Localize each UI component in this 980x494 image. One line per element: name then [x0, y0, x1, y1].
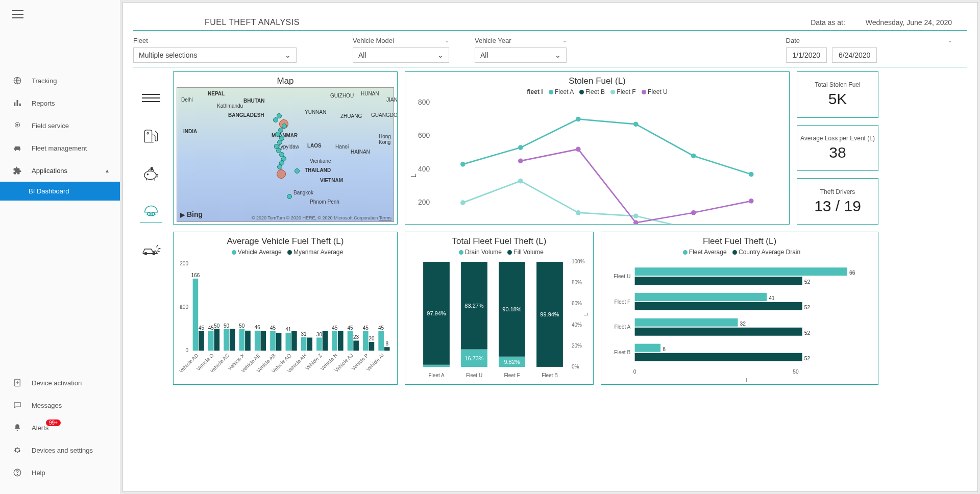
app-sidebar: Tracking Reports Field service Fleet man…	[0, 0, 120, 494]
svg-text:40%: 40%	[572, 322, 582, 328]
rail-fuel-pump-icon[interactable]	[140, 125, 162, 147]
svg-rect-2	[17, 100, 18, 106]
map-title: Map	[176, 74, 395, 87]
nav-label: Reports	[32, 100, 55, 107]
bing-logo: ▶ Bing	[180, 210, 203, 218]
svg-text:45: 45	[363, 325, 369, 331]
alerts-badge: 99+	[46, 419, 61, 426]
svg-rect-63	[230, 329, 235, 351]
svg-text:200: 200	[180, 261, 188, 266]
map-terms-link[interactable]: Terms	[379, 215, 392, 220]
svg-text:Vehicle AD: Vehicle AD	[178, 353, 200, 374]
filter-year-value: All	[480, 51, 488, 59]
kpi-theft-drivers: Theft Drivers 13 / 19	[797, 178, 878, 225]
avg-vehicle-chart-card: Average Vehicle Fuel Theft (L) Vehicle A…	[173, 232, 398, 385]
svg-text:60%: 60%	[572, 301, 582, 306]
svg-text:30: 30	[316, 332, 323, 337]
svg-rect-82	[301, 337, 307, 351]
nav-label: Tracking	[32, 77, 57, 85]
filter-year-dropdown[interactable]: All ⌄	[475, 47, 567, 63]
filter-fleet-value: Multiple selections	[139, 51, 197, 59]
nav-label: Alerts	[32, 424, 48, 432]
svg-text:Fleet F: Fleet F	[504, 373, 520, 378]
nav-applications[interactable]: Applications ▲	[0, 159, 120, 182]
svg-rect-91	[338, 331, 344, 351]
stolen-fuel-line-chart[interactable]: 0200400600800LJanuaryFebruaryMarchAprilM…	[407, 97, 787, 225]
svg-rect-105	[384, 347, 390, 351]
fleet-fuel-hbar-chart[interactable]: 050LFleet U6652Fleet F4152Fleet A3252Fle…	[603, 258, 876, 385]
svg-point-12	[144, 171, 156, 180]
svg-text:0%: 0%	[572, 364, 579, 369]
svg-text:0: 0	[185, 348, 188, 353]
svg-text:45: 45	[199, 325, 205, 331]
svg-rect-62	[224, 329, 229, 351]
svg-rect-100	[369, 342, 375, 351]
nav-alerts[interactable]: Alerts 99+	[0, 416, 120, 439]
svg-text:800: 800	[418, 98, 430, 106]
svg-text:52: 52	[804, 279, 811, 285]
svg-rect-52	[193, 279, 199, 351]
svg-rect-143	[635, 293, 767, 301]
nav-devices-settings[interactable]: Devices and settings	[0, 439, 120, 461]
nav-tracking[interactable]: Tracking	[0, 69, 120, 92]
rail-piggy-bank-icon[interactable]: $	[140, 162, 162, 185]
svg-text:400: 400	[418, 165, 430, 173]
avg-vehicle-bar-chart[interactable]: 0100200L16645Vehicle AD4550Vehicle O50Ve…	[176, 258, 395, 382]
svg-rect-87	[323, 331, 328, 351]
filter-fleet-dropdown[interactable]: Multiple selections ⌄	[133, 47, 297, 63]
filter-date-to[interactable]: 6/24/2020	[832, 47, 877, 63]
nav-label: Fleet management	[32, 144, 87, 152]
svg-text:8: 8	[663, 347, 666, 352]
total-fleet-stacked-chart[interactable]: 0%20%40%60%80%100%L97.94%Fleet A83.27%16…	[407, 258, 591, 382]
svg-text:Fleet U: Fleet U	[466, 373, 482, 378]
svg-text:50: 50	[793, 369, 799, 375]
svg-rect-95	[353, 340, 359, 351]
nav-field-service[interactable]: Field service	[0, 114, 120, 137]
svg-text:31: 31	[301, 331, 307, 337]
svg-point-11	[147, 133, 149, 134]
sidebar-toggle-icon[interactable]	[12, 10, 23, 18]
secondary-nav: Device activation Messages Alerts 99+ De…	[0, 372, 120, 484]
nav-fleet-management[interactable]: Fleet management	[0, 137, 120, 159]
svg-rect-53	[199, 331, 204, 351]
nav-device-activation[interactable]: Device activation	[0, 372, 120, 394]
map-visual[interactable]: NEPAL BHUTAN BANGLADESH INDIA MYANMAR LA…	[177, 87, 394, 222]
nav-help[interactable]: Help	[0, 461, 120, 484]
svg-rect-153	[635, 344, 660, 352]
svg-rect-74	[270, 331, 276, 351]
svg-point-13	[147, 174, 148, 175]
chevron-up-icon: ▲	[105, 168, 110, 174]
svg-text:100%: 100%	[572, 259, 585, 264]
chart-legend: Vehicle Average Myanmar Average	[176, 248, 395, 258]
svg-rect-67	[245, 331, 251, 351]
filter-date-label: Date⌄	[786, 37, 952, 44]
nav-label: Device activation	[32, 379, 82, 387]
svg-rect-71	[260, 331, 266, 351]
svg-rect-139	[635, 277, 802, 285]
nav-reports[interactable]: Reports	[0, 92, 120, 114]
svg-text:52: 52	[804, 305, 811, 310]
svg-rect-79	[291, 331, 297, 351]
svg-text:L: L	[746, 378, 749, 383]
svg-text:Fleet A: Fleet A	[614, 324, 630, 330]
svg-rect-57	[208, 331, 214, 351]
nav-messages[interactable]: Messages	[0, 394, 120, 416]
rail-thief-icon[interactable]	[140, 200, 162, 223]
svg-text:Fleet B: Fleet B	[542, 373, 558, 378]
nav-bi-dashboard[interactable]: BI Dashboard	[0, 182, 120, 201]
filter-fleet-label: Fleet	[133, 37, 297, 44]
filter-date-from[interactable]: 1/1/2020	[786, 47, 827, 63]
rail-menu-icon[interactable]	[140, 87, 162, 109]
help-icon	[12, 467, 22, 478]
svg-text:600: 600	[418, 132, 430, 139]
chart-icon	[12, 98, 22, 108]
map-credits: © 2020 TomTom © 2020 HERE, © 2020 Micros…	[252, 215, 391, 220]
svg-rect-99	[363, 331, 369, 351]
rail-crash-icon[interactable]	[140, 238, 162, 260]
nav-label: Messages	[32, 402, 62, 409]
plus-box-icon	[12, 378, 22, 388]
filter-model-label: Vehicle Model⌄	[353, 37, 449, 44]
filter-model-dropdown[interactable]: All ⌄	[353, 47, 449, 63]
svg-text:32: 32	[740, 321, 746, 327]
chart-legend: Fleet Average Country Average Drain	[603, 248, 876, 258]
